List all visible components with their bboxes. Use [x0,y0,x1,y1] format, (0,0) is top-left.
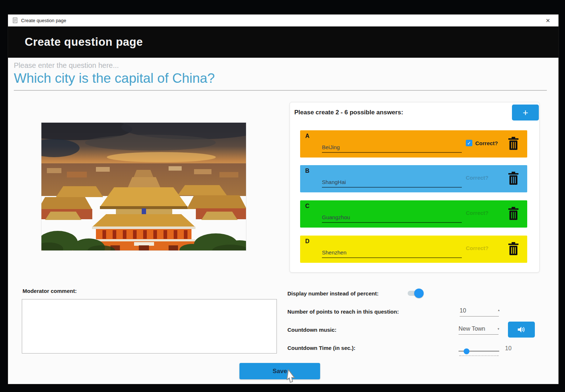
chevron-down-icon[interactable]: ▾ [497,327,499,331]
answer-input[interactable]: BeiJing [322,144,340,150]
points-label: Number of points to reach in this questi… [287,309,399,315]
titlebar[interactable]: Create question page ✕ [8,15,558,26]
slider-ticks [459,355,499,356]
answer-input[interactable]: Shenzhen [322,249,347,256]
answer-underline [322,152,462,153]
music-underline [459,334,499,335]
music-label: Countdown music: [287,327,336,333]
answer-input[interactable]: Guangzhou [322,214,350,220]
question-placeholder: Please enter the question here... [14,61,547,70]
answers-panel: Please create 2 - 6 possible answers: + … [290,102,540,273]
answer-underline [322,222,462,223]
page-header: Create question page [8,26,558,58]
slider-thumb[interactable] [464,348,469,354]
correct-label[interactable]: Correct? [466,175,489,181]
answer-letter: B [305,168,310,174]
question-field[interactable]: Please enter the question here... Which … [14,61,547,91]
spinner-icon[interactable]: ▴ [498,308,500,312]
points-underline [460,316,499,317]
answer-underline [322,187,462,188]
display-number-label: Display number instead of percent: [287,290,379,297]
answer-letter: C [305,203,310,209]
answer-row-d: D Shenzhen Correct? [300,236,527,263]
add-answer-button[interactable]: + [512,105,539,121]
countdown-time-slider[interactable] [459,347,499,355]
question-underline [14,90,547,91]
trash-icon[interactable] [508,242,519,256]
correct-label[interactable]: Correct? [466,210,489,216]
trash-icon[interactable] [508,171,519,186]
music-select[interactable]: New Town ▾ [459,326,499,335]
answer-input[interactable]: ShangHai [322,179,346,185]
window-title: Create question page [21,18,66,23]
page-title: Create question page [25,36,143,49]
countdown-time-value: 10 [505,345,512,352]
question-value[interactable]: Which city is the capital of China? [14,70,547,86]
answer-letter: D [305,238,310,245]
close-icon[interactable]: ✕ [542,15,553,26]
points-input[interactable]: 10 ▴ [460,307,499,317]
question-image [41,123,246,250]
play-music-button[interactable] [508,322,535,338]
moderator-comment-input[interactable] [22,299,277,354]
toggle-thumb [414,289,424,298]
content: Please enter the question here... Which … [8,58,558,384]
answer-row-a: A BeiJing ✓ Correct? [300,130,527,158]
trash-icon[interactable] [508,207,519,221]
speaker-icon [517,326,525,333]
correct-label: Correct? [475,140,498,146]
app-icon [12,17,18,23]
correct-label[interactable]: Correct? [466,245,489,251]
display-number-toggle[interactable] [408,290,424,297]
points-value[interactable]: 10 [460,307,499,314]
answer-row-b: B ShangHai Correct? [300,165,527,192]
answer-underline [322,257,462,258]
music-value[interactable]: New Town [459,326,499,332]
answers-heading: Please create 2 - 6 possible answers: [294,109,403,116]
screen: Create question page ✕ Create question p… [0,0,565,392]
save-button[interactable]: Save [239,363,320,379]
trash-icon[interactable] [508,136,519,151]
answer-letter: A [305,133,310,139]
answer-row-c: C Guangzhou Correct? [300,200,527,228]
create-question-window: Create question page ✕ Create question p… [8,15,558,384]
correct-checkbox[interactable]: ✓ [466,140,472,146]
countdown-time-label: Countdown Time (in sec.): [287,345,355,351]
moderator-comment-label: Moderator comment: [23,288,77,294]
